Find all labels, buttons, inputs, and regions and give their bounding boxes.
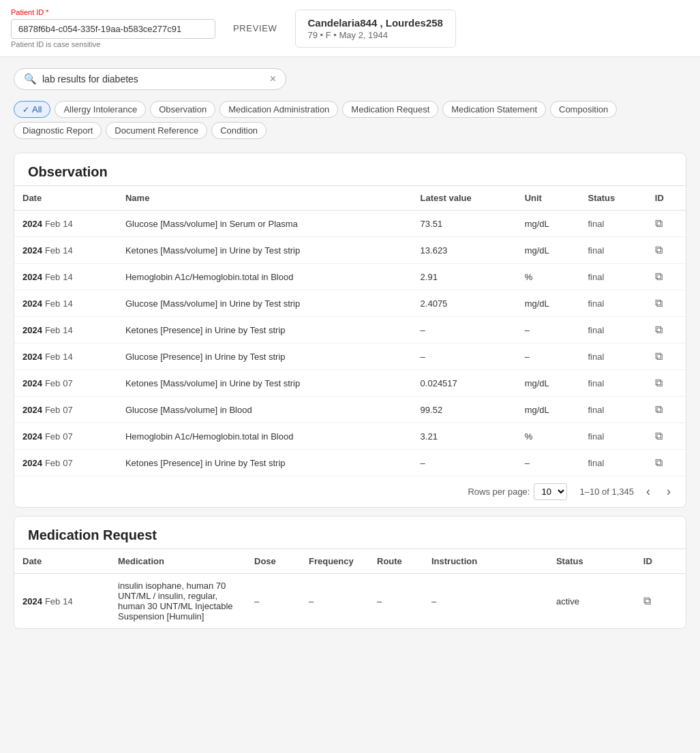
date-year: 2024: [22, 431, 42, 442]
filter-chip-medication-statement[interactable]: Medication Statement: [442, 101, 546, 118]
obs-name-cell: Glucose [Mass/volume] in Blood: [117, 397, 412, 423]
obs-date-cell: 2024Feb07: [14, 397, 117, 423]
observation-table: DateNameLatest valueUnitStatusID 2024Feb…: [14, 185, 686, 476]
filter-chip-observation[interactable]: Observation: [150, 101, 215, 118]
obs-status-cell: final: [579, 290, 646, 317]
copy-icon[interactable]: ⧉: [655, 244, 663, 256]
filter-chip-all[interactable]: ✓All: [14, 101, 50, 118]
obs-value-cell: 2.4075: [412, 290, 517, 317]
med-id-cell[interactable]: ⧉: [635, 574, 686, 629]
obs-id-cell[interactable]: ⧉: [647, 237, 686, 264]
rows-per-page-group: Rows per page: 5102550: [468, 483, 571, 500]
obs-status-cell: final: [579, 237, 646, 264]
copy-icon[interactable]: ⧉: [655, 271, 663, 282]
date-day: 14: [63, 298, 72, 309]
obs-id-cell[interactable]: ⧉: [647, 290, 686, 317]
filter-chip-allergy-intolerance[interactable]: Allergy Intolerance: [55, 101, 146, 118]
filter-chip-label: Medication Administration: [228, 104, 329, 114]
obs-col-date: Date: [14, 186, 117, 211]
obs-table-row: 2024Feb14Glucose [Presence] in Urine by …: [14, 343, 686, 370]
date-day: 14: [63, 219, 72, 229]
date-month: Feb: [45, 405, 60, 415]
date-year: 2024: [22, 325, 42, 335]
copy-icon[interactable]: ⧉: [655, 403, 663, 415]
obs-id-cell[interactable]: ⧉: [647, 264, 686, 290]
prev-page-button[interactable]: ‹: [642, 483, 654, 500]
top-bar: Patient ID * Patient ID is case sensitiv…: [0, 0, 700, 57]
obs-status-cell: final: [579, 450, 646, 476]
obs-id-cell[interactable]: ⧉: [647, 343, 686, 370]
obs-status-cell: final: [579, 343, 646, 370]
med-status-cell: active: [548, 574, 635, 629]
med-col-date: Date: [14, 549, 110, 574]
copy-icon[interactable]: ⧉: [655, 297, 663, 309]
patient-id-input[interactable]: [11, 19, 215, 39]
copy-icon[interactable]: ⧉: [643, 595, 651, 606]
patient-card: Candelaria844 , Lourdes258 79 • F • May …: [295, 10, 456, 48]
filter-chip-document-reference[interactable]: Document Reference: [106, 122, 207, 139]
date-year: 2024: [22, 405, 42, 415]
search-clear-button[interactable]: ×: [270, 74, 276, 84]
med-col-route: Route: [369, 549, 423, 574]
rows-per-page-select[interactable]: 5102550: [534, 483, 567, 500]
page-info: 1–10 of 1,345: [579, 487, 634, 497]
obs-date-cell: 2024Feb07: [14, 370, 117, 397]
copy-icon[interactable]: ⧉: [655, 350, 663, 362]
obs-name-cell: Ketones [Presence] in Urine by Test stri…: [117, 450, 412, 476]
obs-id-cell[interactable]: ⧉: [647, 397, 686, 423]
obs-name-cell: Ketones [Presence] in Urine by Test stri…: [117, 317, 412, 343]
filter-chip-label: Document Reference: [115, 125, 198, 136]
date-year: 2024: [22, 219, 42, 229]
preview-button[interactable]: PREVIEW: [226, 19, 284, 37]
obs-col-name: Name: [117, 186, 412, 211]
filter-bar: ✓AllAllergy IntoleranceObservationMedica…: [0, 95, 700, 144]
obs-id-cell[interactable]: ⧉: [647, 370, 686, 397]
med-dose-cell: –: [246, 574, 301, 629]
observation-section: Observation DateNameLatest valueUnitStat…: [14, 153, 686, 508]
date-year: 2024: [22, 378, 42, 388]
med-medication-cell: insulin isophane, human 70 UNT/ML / insu…: [110, 574, 246, 629]
next-page-button[interactable]: ›: [663, 483, 675, 500]
check-icon: ✓: [22, 105, 29, 114]
obs-table-row: 2024Feb14Glucose [Mass/volume] in Urine …: [14, 290, 686, 317]
filter-chip-medication-request[interactable]: Medication Request: [342, 101, 438, 118]
obs-id-cell[interactable]: ⧉: [647, 450, 686, 476]
obs-table-row: 2024Feb07Hemoglobin A1c/Hemoglobin.total…: [14, 423, 686, 450]
obs-unit-cell: mg/dL: [517, 211, 580, 237]
obs-unit-cell: %: [517, 423, 580, 450]
filter-chip-composition[interactable]: Composition: [550, 101, 617, 118]
medication-request-title: Medication Request: [14, 517, 686, 549]
copy-icon[interactable]: ⧉: [655, 377, 663, 388]
date-month: Feb: [45, 298, 60, 309]
filter-chip-medication-administration[interactable]: Medication Administration: [219, 101, 338, 118]
date-month: Feb: [45, 325, 60, 335]
obs-name-cell: Glucose [Mass/volume] in Urine by Test s…: [117, 290, 412, 317]
filter-chip-label: Condition: [220, 125, 258, 136]
date-month: Feb: [45, 458, 60, 468]
obs-id-cell[interactable]: ⧉: [647, 317, 686, 343]
date-year: 2024: [22, 245, 42, 256]
main-content: Observation DateNameLatest valueUnitStat…: [0, 144, 700, 637]
obs-date-cell: 2024Feb07: [14, 423, 117, 450]
obs-unit-cell: mg/dL: [517, 237, 580, 264]
date-day: 07: [63, 458, 72, 468]
obs-value-cell: –: [412, 317, 517, 343]
obs-value-cell: 2.91: [412, 264, 517, 290]
obs-id-cell[interactable]: ⧉: [647, 423, 686, 450]
obs-status-cell: final: [579, 397, 646, 423]
copy-icon[interactable]: ⧉: [655, 217, 663, 229]
search-icon: 🔍: [24, 73, 37, 85]
filter-chip-diagnostic-report[interactable]: Diagnostic Report: [14, 122, 102, 139]
copy-icon[interactable]: ⧉: [655, 324, 663, 335]
obs-id-cell[interactable]: ⧉: [647, 211, 686, 237]
obs-value-cell: 0.024517: [412, 370, 517, 397]
obs-unit-cell: mg/dL: [517, 290, 580, 317]
obs-col-id: ID: [647, 186, 686, 211]
obs-table-row: 2024Feb14Ketones [Mass/volume] in Urine …: [14, 237, 686, 264]
obs-table-row: 2024Feb14Hemoglobin A1c/Hemoglobin.total…: [14, 264, 686, 290]
date-year: 2024: [22, 298, 42, 309]
copy-icon[interactable]: ⧉: [655, 430, 663, 442]
search-input[interactable]: [42, 74, 264, 84]
filter-chip-condition[interactable]: Condition: [211, 122, 267, 139]
copy-icon[interactable]: ⧉: [655, 457, 663, 468]
